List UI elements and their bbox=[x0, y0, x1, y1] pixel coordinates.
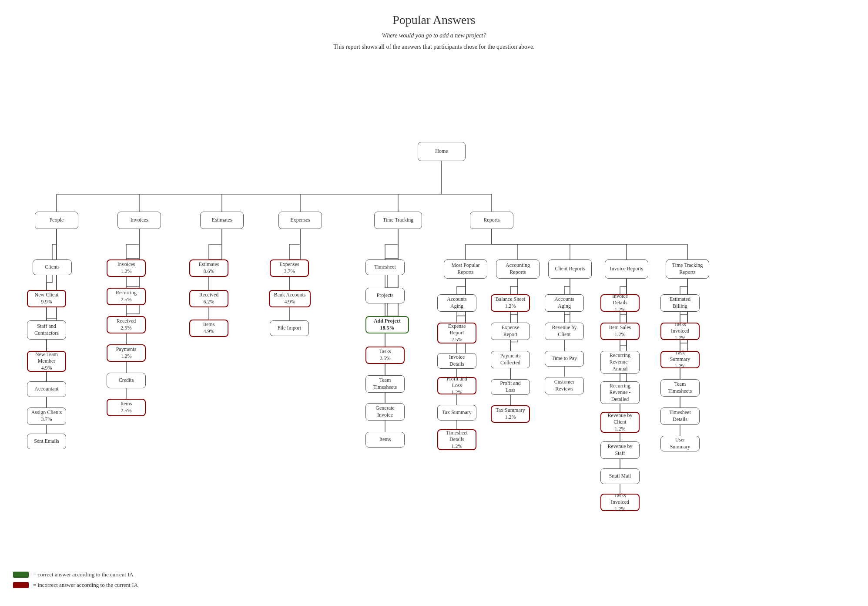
node-inv_received: Received 2.5% bbox=[107, 316, 146, 333]
node-reports: Reports bbox=[470, 212, 513, 229]
node-cl_customerreviews: Customer Reviews bbox=[545, 377, 584, 394]
node-rpt_invoice: Invoice Reports bbox=[605, 259, 648, 279]
node-acc_paymentscollected: Payments Collected bbox=[491, 351, 530, 368]
node-sentemails: Sent Emails bbox=[27, 434, 66, 449]
node-invoices: Invoices bbox=[117, 212, 161, 229]
legend-correct-label: = correct answer according to the curren… bbox=[33, 571, 134, 578]
node-inv_revenueclient: Revenue by Client 1.2% bbox=[600, 412, 640, 433]
node-exp_fileimport: File Import bbox=[270, 320, 309, 336]
node-inv_tasksinvoiced: Tasks Invoiced 1.2% bbox=[600, 494, 640, 511]
node-tt_timesheetdetails: Timesheet Details bbox=[660, 407, 700, 425]
node-inv_invoicedetails: Invoice Details 1.2% bbox=[600, 294, 640, 312]
legend-incorrect-label: = incorrect answer according to the curr… bbox=[33, 582, 138, 589]
node-assignclients: Assign Clients 3.7% bbox=[27, 407, 66, 425]
node-inv_invoices: Invoices 1.2% bbox=[107, 259, 146, 277]
description: This report shows all of the answers tha… bbox=[9, 44, 859, 50]
node-inv_recurringannual: Recurring Revenue - Annual bbox=[600, 351, 640, 374]
node-cl_timetopay: Time to Pay bbox=[545, 351, 584, 367]
node-mp_expensereport: Expense Report 2.5% bbox=[437, 323, 476, 343]
node-cl_revenueclient: Revenue by Client bbox=[545, 323, 584, 340]
node-rpt_client: Client Reports bbox=[548, 259, 592, 279]
node-inv_revenuestaff: Revenue by Staff bbox=[600, 441, 640, 459]
node-mp_timesheetdetails: Timesheet Details 1.2% bbox=[437, 429, 476, 450]
node-mp_taxsummary: Tax Summary bbox=[437, 405, 476, 421]
node-tt_items: Items bbox=[365, 432, 405, 448]
node-tt_usersummary: User Summary bbox=[660, 436, 700, 451]
tree-wrapper: HomePeopleInvoicesEstimatesExpensesTime … bbox=[9, 68, 859, 569]
node-newteammember: New Team Member 4.9% bbox=[27, 351, 66, 372]
node-tt_timesheet: Timesheet bbox=[365, 259, 405, 275]
node-staffcontractors: Staff and Contractors bbox=[27, 320, 66, 340]
node-clients: Clients bbox=[33, 259, 72, 275]
node-expenses: Expenses bbox=[278, 212, 322, 229]
legend-color-incorrect bbox=[13, 582, 29, 588]
legend-color-correct bbox=[13, 572, 29, 578]
page: Popular Answers Where would you go to ad… bbox=[0, 0, 868, 606]
node-est_items: Items 4.9% bbox=[189, 320, 228, 337]
node-tt_tasksinvoiced: Tasks Invoiced 1.2% bbox=[660, 323, 700, 340]
node-timetracking: Time Tracking bbox=[374, 212, 422, 229]
subtitle: Where would you go to add a new project? bbox=[9, 32, 859, 39]
node-inv_credits: Credits bbox=[107, 373, 146, 388]
node-home: Home bbox=[418, 142, 466, 161]
node-tt_projects: Projects bbox=[365, 288, 405, 303]
node-acc_profitloss: Profit and Loss bbox=[491, 379, 530, 395]
node-inv_payments: Payments 1.2% bbox=[107, 344, 146, 362]
node-inv_snailmail: Snail Mail bbox=[600, 468, 640, 484]
node-tt_teamtimesheets: Team Timesheets bbox=[365, 375, 405, 393]
node-acc_taxsummary: Tax Summary 1.2% bbox=[491, 405, 530, 423]
node-inv_items: Items 2.5% bbox=[107, 399, 146, 416]
node-inv_itemsales: Item Sales 1.2% bbox=[600, 323, 640, 340]
node-tt_teamtimesheets2: Team Timesheets bbox=[660, 379, 700, 397]
page-title: Popular Answers bbox=[9, 13, 859, 27]
legend-incorrect: = incorrect answer according to the curr… bbox=[13, 582, 138, 589]
legend-correct: = correct answer according to the curren… bbox=[13, 571, 138, 578]
node-tt_estimatedbilling: Estimated Billing bbox=[660, 294, 700, 312]
node-cl_accountsaging: Accounts Aging bbox=[545, 294, 584, 312]
node-acc_expensereport: Expense Report bbox=[491, 323, 530, 340]
node-tt_generateinvoice: Generate Invoice bbox=[365, 403, 405, 421]
node-rpt_mostpopular: Most Popular Reports bbox=[444, 259, 487, 279]
node-mp_profitloss: Profit and Loss 1.2% bbox=[437, 377, 476, 394]
node-exp_bankaccounts: Bank Accounts 4.9% bbox=[269, 290, 311, 307]
node-est_estimates: Estimates 8.6% bbox=[189, 259, 228, 277]
node-tt_tasks: Tasks 2.5% bbox=[365, 347, 405, 364]
node-tt_addproject: Add Project 18.5% bbox=[365, 316, 409, 333]
legend: = correct answer according to the curren… bbox=[13, 571, 138, 589]
node-people: People bbox=[35, 212, 78, 229]
node-accountant: Accountant bbox=[27, 381, 66, 397]
node-rpt_timetracking: Time Tracking Reports bbox=[666, 259, 709, 279]
node-estimates: Estimates bbox=[200, 212, 244, 229]
node-est_received: Received 6.2% bbox=[189, 290, 228, 307]
node-mp_invoicedetails: Invoice Details bbox=[437, 353, 476, 369]
node-acc_balancesheet: Balance Sheet 1.2% bbox=[491, 294, 530, 312]
node-exp_expenses: Expenses 3.7% bbox=[270, 259, 309, 277]
node-rpt_accounting: Accounting Reports bbox=[496, 259, 540, 279]
node-newclient: New Client 9.9% bbox=[27, 290, 66, 307]
node-tt_tasksummary: Task Summary 1.2% bbox=[660, 351, 700, 368]
node-inv_recurringdetailed: Recurring Revenue - Detailed bbox=[600, 381, 640, 404]
node-inv_recurring: Recurring 2.5% bbox=[107, 288, 146, 305]
node-mp_accountsaging: Accounts Aging bbox=[437, 294, 476, 312]
